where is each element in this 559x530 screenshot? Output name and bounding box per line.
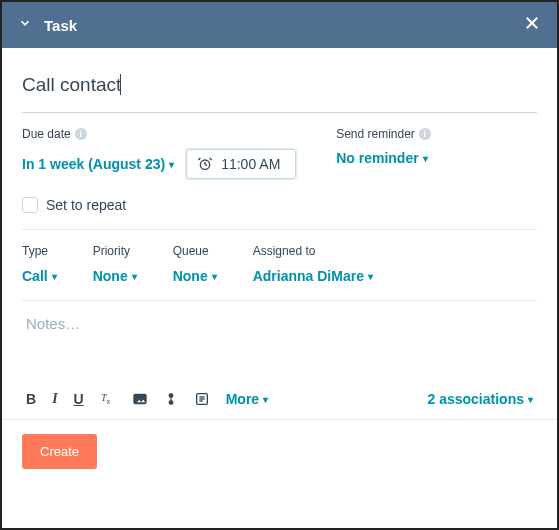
clear-format-button[interactable]: Tx [100, 391, 116, 407]
panel-title: Task [44, 17, 77, 34]
caret-down-icon: ▾ [368, 271, 373, 282]
close-icon[interactable] [523, 14, 541, 36]
underline-button[interactable]: U [74, 391, 84, 407]
info-icon[interactable]: i [419, 128, 431, 140]
task-title-field[interactable]: Call contact [22, 68, 537, 113]
more-button[interactable]: More▾ [226, 391, 268, 407]
task-title-input[interactable]: Call contact [22, 74, 121, 95]
chevron-down-icon[interactable] [18, 16, 32, 34]
time-input[interactable]: 11:00 AM [186, 149, 296, 179]
priority-label: Priority [93, 244, 137, 258]
time-value: 11:00 AM [221, 156, 280, 172]
alarm-clock-icon [197, 156, 213, 172]
svg-text:x: x [106, 398, 110, 405]
panel-footer: Create [2, 419, 557, 483]
create-button[interactable]: Create [22, 434, 97, 469]
priority-select[interactable]: None▾ [93, 268, 137, 284]
due-date-label: Due date i [22, 127, 296, 141]
bold-button[interactable]: B [26, 391, 36, 407]
send-reminder-select[interactable]: No reminder▾ [336, 150, 427, 166]
image-button[interactable] [132, 391, 148, 407]
assigned-to-select[interactable]: Adrianna DiMare▾ [253, 268, 373, 284]
italic-button[interactable]: I [52, 391, 57, 407]
queue-label: Queue [173, 244, 217, 258]
due-date-select[interactable]: In 1 week (August 23)▾ [22, 156, 174, 172]
editor-toolbar: B I U Tx More▾ 2 associations▾ [22, 385, 537, 419]
svg-line-4 [205, 165, 207, 166]
assigned-to-label: Assigned to [253, 244, 373, 258]
caret-down-icon: ▾ [169, 159, 174, 170]
type-select[interactable]: Call▾ [22, 268, 57, 284]
caret-down-icon: ▾ [263, 394, 268, 405]
associations-select[interactable]: 2 associations▾ [428, 391, 534, 407]
link-button[interactable] [164, 391, 178, 407]
svg-line-6 [210, 158, 212, 160]
svg-rect-13 [170, 397, 171, 402]
type-label: Type [22, 244, 57, 258]
notes-placeholder: Notes… [26, 315, 80, 332]
queue-select[interactable]: None▾ [173, 268, 217, 284]
send-reminder-label: Send reminder i [336, 127, 431, 141]
repeat-label: Set to repeat [46, 197, 126, 213]
repeat-checkbox[interactable] [22, 197, 38, 213]
svg-line-5 [198, 158, 200, 160]
panel-header: Task [2, 2, 557, 48]
caret-down-icon: ▾ [132, 271, 137, 282]
info-icon[interactable]: i [75, 128, 87, 140]
notes-editor[interactable]: Notes… [22, 301, 537, 385]
divider [22, 229, 537, 230]
caret-down-icon: ▾ [528, 394, 533, 405]
caret-down-icon: ▾ [212, 271, 217, 282]
caret-down-icon: ▾ [52, 271, 57, 282]
caret-down-icon: ▾ [423, 153, 428, 164]
snippet-button[interactable] [194, 391, 210, 407]
